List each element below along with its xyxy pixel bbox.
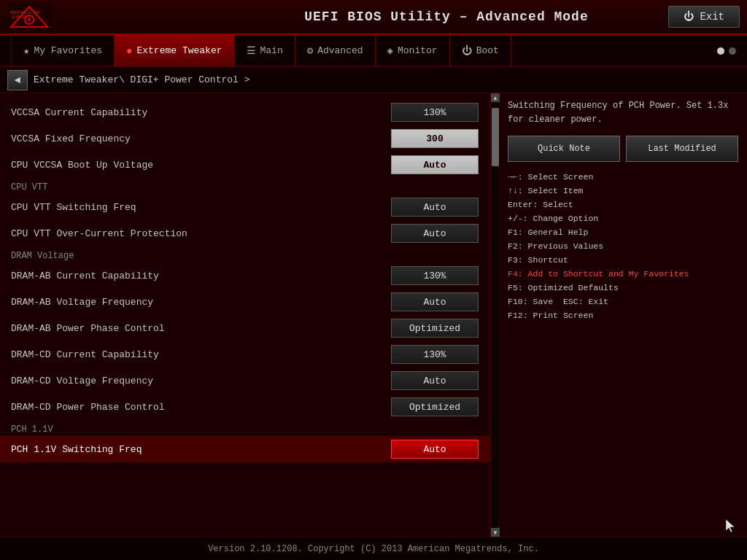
main-icon: ☰: [247, 44, 256, 57]
setting-label: DRAM-AB Voltage Frequency: [11, 297, 391, 308]
setting-label: VCCSA Fixed Frequency: [11, 133, 391, 144]
nav-dots: [717, 47, 736, 55]
setting-value[interactable]: Optimized: [391, 319, 479, 338]
scrollbar-arrow-down[interactable]: ▼: [491, 528, 500, 537]
setting-value[interactable]: Auto: [391, 224, 479, 243]
last-modified-button[interactable]: Last Modified: [626, 136, 738, 162]
rog-logo: REPUBLIC OF GAMERS: [7, 4, 51, 30]
setting-label: DRAM-CD Power Phase Control: [11, 402, 391, 413]
shortcut-select-screen: →←: Select Screen: [508, 171, 738, 184]
scrollbar-arrow-up[interactable]: ▲: [491, 93, 500, 102]
section-pch: PCH 1.1V: [0, 420, 489, 436]
nav-main-label: Main: [260, 45, 283, 56]
nav-advanced-label: Advanced: [317, 45, 363, 56]
scrollbar-track: ▲ ▼: [490, 93, 499, 537]
exit-button[interactable]: ⏻ Exit: [668, 6, 740, 28]
monitor-icon: ◈: [387, 44, 393, 57]
nav-monitor-label: Monitor: [398, 45, 438, 56]
nav-dot-1: [717, 47, 724, 55]
nav-advanced[interactable]: ⚙ Advanced: [295, 35, 376, 66]
shortcut-f3: F3: Shortcut: [508, 254, 738, 268]
exit-icon: ⏻: [684, 11, 694, 23]
quick-note-button[interactable]: Quick Note: [508, 136, 620, 162]
section-dram-voltage: DRAM Voltage: [0, 246, 489, 262]
setting-label: CPU VTT Switching Freq: [11, 202, 391, 213]
section-cpu-vtt: CPU VTT: [0, 178, 489, 194]
setting-cpu-vccsa-voltage[interactable]: CPU VCCSA Boot Up Voltage Auto: [0, 152, 489, 178]
shortcuts: →←: Select Screen ↑↓: Select Item Enter:…: [508, 171, 738, 323]
setting-value[interactable]: 130%: [391, 266, 479, 285]
nav-monitor[interactable]: ◈ Monitor: [376, 35, 450, 66]
setting-value[interactable]: Auto: [391, 371, 479, 390]
setting-cpu-vtt-freq[interactable]: CPU VTT Switching Freq Auto: [0, 194, 489, 220]
advanced-icon: ⚙: [307, 44, 313, 57]
setting-value[interactable]: 300: [391, 129, 479, 148]
shortcut-change: +/-: Change Option: [508, 212, 738, 226]
setting-value[interactable]: 130%: [391, 345, 479, 364]
setting-dram-cd-freq[interactable]: DRAM-CD Voltage Frequency Auto: [0, 368, 489, 394]
shortcut-f5: F5: Optimized Defaults: [508, 281, 738, 295]
footer-text: Version 2.10.1208. Copyright (C) 2013 Am…: [208, 544, 539, 554]
header: REPUBLIC OF GAMERS UEFI BIOS Utility – A…: [0, 0, 747, 35]
main-area: VCCSA Current Capability 130% VCCSA Fixe…: [0, 93, 747, 537]
scrollbar-thumb[interactable]: [492, 108, 499, 166]
setting-label: DRAM-AB Current Capability: [11, 271, 391, 281]
logo-area: REPUBLIC OF GAMERS: [7, 4, 153, 30]
setting-dram-ab-freq[interactable]: DRAM-AB Voltage Frequency Auto: [0, 289, 489, 315]
setting-value[interactable]: 130%: [391, 103, 479, 122]
setting-value[interactable]: Auto: [391, 440, 479, 459]
setting-dram-cd-phase[interactable]: DRAM-CD Power Phase Control Optimized: [0, 394, 489, 420]
setting-label: CPU VCCSA Boot Up Voltage: [11, 160, 391, 171]
setting-vccsa-freq[interactable]: VCCSA Fixed Frequency 300: [0, 125, 489, 152]
setting-vccsa-capability[interactable]: VCCSA Current Capability 130%: [0, 99, 489, 125]
setting-value[interactable]: Auto: [391, 292, 479, 311]
setting-pch-freq[interactable]: PCH 1.1V Switching Freq Auto: [0, 436, 489, 462]
setting-label: DRAM-CD Voltage Frequency: [11, 376, 391, 386]
shortcut-select-item: ↑↓: Select Item: [508, 184, 738, 198]
setting-label: DRAM-CD Current Capability: [11, 349, 391, 360]
shortcut-f12: F12: Print Screen: [508, 309, 738, 323]
info-panel: Switching Frequency of PCH Power. Set 1.…: [499, 93, 747, 537]
back-button[interactable]: ◄: [7, 70, 28, 90]
nav-dot-2: [729, 47, 736, 55]
svg-text:GAMERS: GAMERS: [12, 15, 31, 19]
nav-favorites[interactable]: ★ My Favorites: [11, 35, 115, 66]
boot-icon: ⏻: [462, 45, 472, 57]
setting-dram-cd-capability[interactable]: DRAM-CD Current Capability 130%: [0, 341, 489, 368]
page-title: UEFI BIOS Utility – Advanced Mode: [153, 9, 740, 24]
setting-label: PCH 1.1V Switching Freq: [11, 444, 391, 455]
settings-panel: VCCSA Current Capability 130% VCCSA Fixe…: [0, 93, 490, 537]
setting-value[interactable]: Auto: [391, 155, 479, 174]
setting-value[interactable]: Optimized: [391, 397, 479, 416]
shortcut-enter: Enter: Select: [508, 198, 738, 212]
footer: Version 2.10.1208. Copyright (C) 2013 Am…: [0, 537, 747, 560]
nav-favorites-label: My Favorites: [34, 45, 102, 56]
nav-extreme-tweaker[interactable]: ● Extreme Tweaker: [115, 35, 234, 66]
shortcut-f2: F2: Previous Values: [508, 240, 738, 254]
setting-dram-ab-capability[interactable]: DRAM-AB Current Capability 130%: [0, 262, 489, 289]
navbar: ★ My Favorites ● Extreme Tweaker ☰ Main …: [0, 35, 747, 67]
nav-main[interactable]: ☰ Main: [235, 35, 295, 66]
nav-boot[interactable]: ⏻ Boot: [450, 35, 511, 66]
setting-value[interactable]: Auto: [391, 198, 479, 217]
breadcrumb-text: Extreme Tweaker\ DIGI+ Power Control >: [34, 74, 249, 85]
shortcut-f1: F1: General Help: [508, 226, 738, 240]
setting-dram-ab-phase[interactable]: DRAM-AB Power Phase Control Optimized: [0, 315, 489, 341]
favorites-icon: ★: [23, 44, 29, 57]
exit-label: Exit: [700, 11, 724, 23]
setting-cpu-vtt-ocp[interactable]: CPU VTT Over-Current Protection Auto: [0, 220, 489, 246]
shortcut-f4: F4: Add to Shortcut and My Favorites: [508, 268, 738, 281]
nav-boot-label: Boot: [476, 45, 499, 56]
setting-label: VCCSA Current Capability: [11, 107, 391, 118]
shortcut-f10: F10: Save ESC: Exit: [508, 295, 738, 309]
setting-label: CPU VTT Over-Current Protection: [11, 228, 391, 239]
action-buttons: Quick Note Last Modified: [508, 136, 738, 162]
extreme-tweaker-icon: ●: [126, 45, 132, 57]
breadcrumb: ◄ Extreme Tweaker\ DIGI+ Power Control >: [0, 67, 747, 93]
nav-extreme-tweaker-label: Extreme Tweaker: [136, 45, 222, 56]
setting-label: DRAM-AB Power Phase Control: [11, 323, 391, 334]
info-description: Switching Frequency of PCH Power. Set 1.…: [508, 99, 738, 127]
